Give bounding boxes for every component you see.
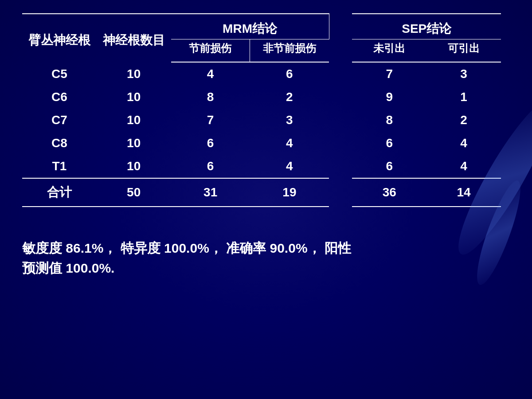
pregang-t1: 6 <box>171 155 250 178</box>
bottom-line1: 敏度度 86.1%， 特异度 100.0%， 准确率 90.0%， 阳性 <box>22 238 510 258</box>
count-t1: 10 <box>97 155 171 178</box>
col-count-header: 神经根数目 <box>97 14 171 62</box>
count-c6: 10 <box>97 86 171 109</box>
sep-sub1-header: 未引出 <box>352 39 426 63</box>
total-row: 合计 50 31 19 36 14 <box>22 178 501 207</box>
total-nonpregang: 19 <box>250 178 329 207</box>
sep-title: SEP结论 <box>352 14 501 39</box>
mrm-title: MRM结论 <box>171 14 329 39</box>
total-count: 50 <box>97 178 171 207</box>
noout-c7: 8 <box>352 109 426 132</box>
out-c5: 3 <box>426 62 501 86</box>
total-pregang: 31 <box>171 178 250 207</box>
out-c6: 1 <box>426 86 501 109</box>
nonpregang-c5: 6 <box>250 62 329 86</box>
nonpregang-c7: 3 <box>250 109 329 132</box>
nonpregang-t1: 4 <box>250 155 329 178</box>
pregang-c5: 4 <box>171 62 250 86</box>
out-c8: 4 <box>426 132 501 155</box>
total-noout: 36 <box>352 178 426 207</box>
table-row: T1 10 6 4 6 4 <box>22 155 501 178</box>
mrm-sub2-header: 非节前损伤 <box>250 39 329 63</box>
noout-t1: 6 <box>352 155 426 178</box>
pregang-c7: 7 <box>171 109 250 132</box>
out-c7: 2 <box>426 109 501 132</box>
table-row: C8 10 6 4 6 4 <box>22 132 501 155</box>
nonpregang-c8: 4 <box>250 132 329 155</box>
noout-c6: 9 <box>352 86 426 109</box>
bottom-line2: 预测值 100.0%. <box>22 258 510 278</box>
data-table: 臂丛神经根 神经根数目 MRM结论 SEP结论 节前损伤 非 <box>22 13 501 207</box>
count-c8: 10 <box>97 132 171 155</box>
bottom-text: 敏度度 86.1%， 特异度 100.0%， 准确率 90.0%， 阳性 预测值… <box>22 238 510 278</box>
count-c5: 10 <box>97 62 171 86</box>
total-label: 合计 <box>22 178 97 207</box>
pregang-c6: 8 <box>171 86 250 109</box>
noout-c5: 7 <box>352 62 426 86</box>
nerve-c8: C8 <box>22 132 97 155</box>
mrm-sub1-header: 节前损伤 <box>171 39 250 63</box>
nerve-c6: C6 <box>22 86 97 109</box>
table-row: C5 10 4 6 7 3 <box>22 62 501 86</box>
nerve-c5: C5 <box>22 62 97 86</box>
nonpregang-c6: 2 <box>250 86 329 109</box>
count-c7: 10 <box>97 109 171 132</box>
nerve-c7: C7 <box>22 109 97 132</box>
main-container: 臂丛神经根 神经根数目 MRM结论 SEP结论 节前损伤 非 <box>0 0 532 399</box>
table-row: C6 10 8 2 9 1 <box>22 86 501 109</box>
table-row: C7 10 7 3 8 2 <box>22 109 501 132</box>
nerve-t1: T1 <box>22 155 97 178</box>
pregang-c8: 6 <box>171 132 250 155</box>
col-nerve-header: 臂丛神经根 <box>22 14 97 62</box>
header-row-title: 臂丛神经根 神经根数目 MRM结论 SEP结论 <box>22 14 501 39</box>
noout-c8: 6 <box>352 132 426 155</box>
sep-sub2-header: 可引出 <box>426 39 501 63</box>
